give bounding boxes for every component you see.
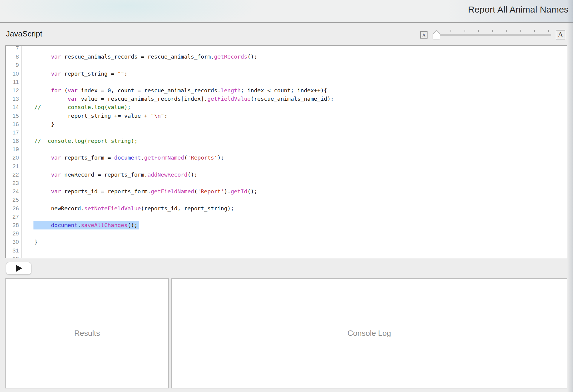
language-label: JavaScript [6,29,42,39]
code-line [22,61,567,69]
code-line: var rescue_animals_records = rescue_anim… [22,53,567,61]
code-line: for (var index = 0, count = rescue_anima… [22,86,567,95]
code-line: // console.log(value); [22,103,567,111]
code-line: report_string += value + "\n"; [22,112,567,120]
play-icon [15,264,23,272]
line-number-gutter: 7891011121314151617181920212223242526272… [6,45,21,258]
code-text: var rescue_animals_records = rescue_anim… [22,45,567,258]
font-slider-ticks [436,30,549,32]
console-log-panel[interactable]: Console Log [171,278,567,388]
code-editor[interactable]: 7891011121314151617181920212223242526272… [5,45,567,258]
code-line: newRecord.setNoteFieldValue(reports_id, … [22,204,567,213]
line-number: 31 [6,246,21,255]
slider-tick [506,30,507,32]
line-number: 9 [6,61,21,69]
line-number: 11 [6,78,21,86]
code-line: // console.log(report_string); [22,137,567,145]
line-number: 25 [6,196,21,204]
line-number: 23 [6,179,21,187]
font-slider-thumb[interactable] [433,30,440,39]
code-line [22,45,567,53]
line-number: 29 [6,229,21,238]
console-log-placeholder-label: Console Log [347,329,391,338]
code-line: } [22,120,567,128]
slider-tick [492,30,493,32]
results-placeholder-label: Results [74,329,100,338]
line-number: 17 [6,128,21,137]
line-number: 27 [6,213,21,221]
selected-code-highlight: document.saveAllChanges(); [33,221,139,229]
line-number: 32 [6,255,21,258]
results-panel[interactable]: Results [5,278,169,388]
slider-tick [465,30,465,32]
code-line [22,179,567,187]
slider-tick [478,30,479,32]
code-line [22,162,567,171]
font-size-slider[interactable] [433,34,551,36]
code-line [22,255,567,258]
line-number: 24 [6,187,21,196]
line-number: 18 [6,137,21,145]
code-line [22,78,567,86]
line-number: 21 [6,162,21,171]
slider-tick [534,30,535,32]
line-number: 19 [6,145,21,154]
line-number: 8 [6,53,21,61]
line-number: 13 [6,95,21,103]
page-title: Report All Animal Names [468,4,569,15]
code-line: var newRecord = reports_form.addNewRecor… [22,171,567,179]
code-line [22,229,567,238]
line-number: 16 [6,120,21,128]
line-number: 12 [6,86,21,95]
font-size-small-icon[interactable]: A [420,31,428,39]
window-header: Report All Animal Names [0,0,573,23]
slider-tick [548,30,549,32]
code-line: var report_string = ""; [22,70,567,78]
code-line [22,145,567,154]
code-line [22,196,567,204]
line-number: 22 [6,171,21,179]
code-line [22,246,567,255]
code-line: var reports_id = reports_form.getFieldNa… [22,187,567,196]
line-number: 10 [6,70,21,78]
line-number: 7 [6,45,21,53]
font-size-large-icon[interactable]: A [556,30,565,39]
run-script-button[interactable] [6,262,31,275]
line-number: 28 [6,221,21,229]
code-line: } [22,238,567,246]
line-number: 15 [6,112,21,120]
code-line: var value = rescue_animals_records[index… [22,95,567,103]
code-line: document.saveAllChanges(); [22,221,567,229]
slider-tick [451,30,451,32]
line-number: 30 [6,238,21,246]
code-line [22,128,567,137]
line-number: 26 [6,204,21,213]
window-edge-shading [567,0,573,392]
code-line: var reports_form = document.getFormNamed… [22,154,567,162]
code-line [22,213,567,221]
line-number: 14 [6,103,21,111]
slider-tick [520,30,521,32]
line-number: 20 [6,154,21,162]
